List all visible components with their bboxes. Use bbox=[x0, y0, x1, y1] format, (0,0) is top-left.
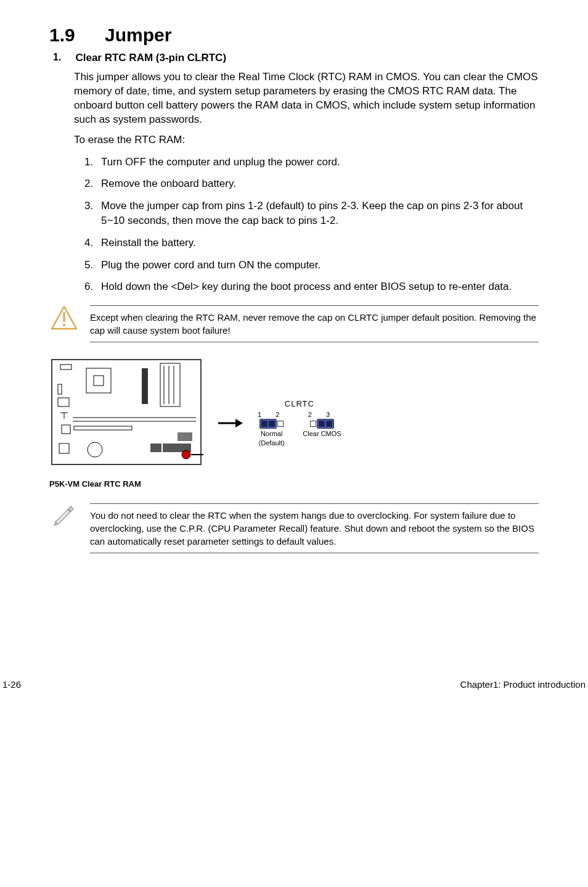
jumper-header-label: CLRTC bbox=[258, 399, 341, 408]
jumper-mode-sublabel: (Default) bbox=[259, 439, 285, 447]
svg-rect-10 bbox=[142, 368, 148, 404]
note-text: You do not need to clear the RTC when th… bbox=[90, 503, 539, 553]
step-item: Move the jumper cap from pins 1-2 (defau… bbox=[96, 199, 539, 228]
footer-chapter: Chapter1: Product introduction bbox=[460, 679, 586, 690]
svg-point-18 bbox=[88, 442, 102, 457]
pin-numbers: 1 2 bbox=[258, 411, 285, 418]
ordered-item-header: 1. Clear RTC RAM (3-pin CLRTC) bbox=[49, 52, 539, 64]
intro-paragraph: This jumper allows you to clear the Real… bbox=[74, 70, 539, 127]
jumper-normal: 1 2 Normal (Default) bbox=[258, 411, 285, 447]
step-item: Plug the power cord and turn ON the comp… bbox=[96, 258, 539, 273]
pin-numbers: 2 3 bbox=[308, 411, 336, 418]
step-item: Hold down the <Del> key during the boot … bbox=[96, 279, 539, 294]
step-item: Reinstall the battery. bbox=[96, 236, 539, 250]
arrow-right-icon bbox=[218, 418, 243, 429]
svg-rect-20 bbox=[150, 444, 161, 452]
svg-rect-22 bbox=[178, 432, 192, 441]
svg-marker-29 bbox=[55, 510, 70, 524]
section-title: Jumper bbox=[105, 25, 171, 45]
pencil-icon bbox=[49, 503, 79, 528]
svg-point-2 bbox=[63, 324, 65, 326]
diagram-caption: P5K-VM Clear RTC RAM bbox=[49, 479, 203, 489]
item-number: 1. bbox=[53, 52, 73, 63]
step-item: Remove the onboard battery. bbox=[96, 176, 539, 191]
warning-text: Except when clearing the RTC RAM, never … bbox=[90, 305, 539, 342]
svg-marker-28 bbox=[235, 419, 243, 427]
steps-list: Turn OFF the computer and unplug the pow… bbox=[74, 155, 539, 295]
warning-callout: Except when clearing the RTC RAM, never … bbox=[49, 305, 539, 342]
page-number: 1-26 bbox=[2, 679, 21, 690]
svg-rect-4 bbox=[86, 368, 111, 393]
section-heading: 1.9Jumper bbox=[49, 25, 539, 46]
svg-rect-12 bbox=[58, 384, 62, 394]
jumper-settings-illustration: CLRTC 1 2 Normal (Default) 2 3 Clear CMO… bbox=[258, 399, 341, 447]
step-item: Turn OFF the computer and unplug the pow… bbox=[96, 155, 539, 170]
jumper-clear: 2 3 Clear CMOS bbox=[303, 411, 341, 447]
steps-intro: To erase the RTC RAM: bbox=[74, 133, 539, 147]
svg-rect-13 bbox=[58, 398, 69, 406]
svg-point-23 bbox=[182, 450, 190, 459]
svg-rect-5 bbox=[94, 376, 104, 386]
item-title: Clear RTC RAM (3-pin CLRTC) bbox=[75, 52, 226, 64]
section-number: 1.9 bbox=[49, 25, 105, 46]
svg-rect-19 bbox=[59, 444, 69, 453]
warning-icon bbox=[49, 305, 79, 330]
jumper-mode-label: Normal bbox=[261, 430, 282, 438]
jumper-mode-label: Clear CMOS bbox=[303, 430, 341, 438]
svg-rect-6 bbox=[160, 363, 180, 406]
svg-rect-11 bbox=[60, 365, 71, 369]
motherboard-schematic-icon bbox=[49, 357, 203, 474]
svg-rect-14 bbox=[62, 425, 70, 434]
svg-rect-17 bbox=[74, 426, 132, 430]
note-callout: You do not need to clear the RTC when th… bbox=[49, 503, 539, 553]
jumper-diagram: P5K-VM Clear RTC RAM CLRTC 1 2 Normal (D… bbox=[49, 357, 539, 489]
